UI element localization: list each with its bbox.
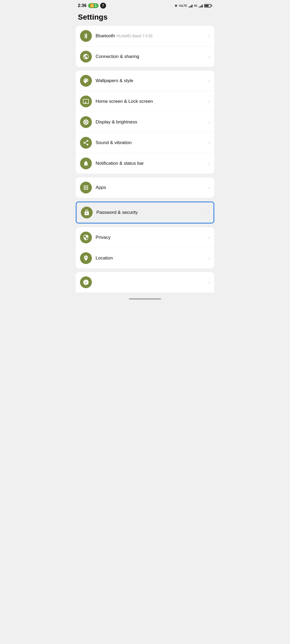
- display-card: Wallpapers & style › Home screen & Lock …: [76, 71, 214, 174]
- signal-bar: [199, 7, 200, 8]
- vo-lte-icon: VoLTE: [179, 4, 187, 7]
- display-content: Display & brightness: [96, 119, 208, 125]
- password-icon-circle: [81, 207, 93, 218]
- signal-bar: [191, 5, 191, 8]
- display-icon-circle: [80, 116, 92, 128]
- signal-bars-2: [199, 4, 203, 8]
- home-screen-content: Home screen & Lock screen: [96, 99, 208, 104]
- settings-item-connection-sharing[interactable]: Connection & sharing ›: [76, 46, 214, 67]
- apps-content: Apps: [96, 185, 208, 190]
- connectivity-card: Bluetooth HUAWEI Band 7-C35 › Connection…: [76, 26, 214, 67]
- chevron-icon: ›: [208, 210, 209, 215]
- notification-label: Notification & status bar: [96, 161, 208, 166]
- settings-item-sound[interactable]: Sound & vibration ›: [76, 133, 214, 153]
- sound-content: Sound & vibration: [96, 140, 208, 145]
- bluetooth-icon-circle: [80, 30, 92, 42]
- settings-item-bluetooth[interactable]: Bluetooth HUAWEI Band 7-C35 ›: [76, 26, 214, 46]
- wallpapers-icon-circle: [80, 75, 92, 87]
- bluetooth-status-icon: ✱: [175, 4, 177, 8]
- privacy-icon-circle: [80, 232, 92, 243]
- apps-label: Apps: [96, 185, 208, 190]
- sound-vibration-icon: [83, 140, 89, 146]
- chevron-icon: ›: [208, 161, 210, 166]
- palette-icon: [83, 78, 89, 84]
- chevron-icon: ›: [208, 119, 210, 125]
- apps-icon-circle: [80, 182, 92, 193]
- connection-sharing-label: Connection & sharing: [96, 54, 208, 59]
- sound-label: Sound & vibration: [96, 140, 208, 145]
- signal-bar: [189, 7, 189, 8]
- settings-item-more[interactable]: ›: [76, 272, 214, 292]
- battery-icon: [204, 4, 212, 8]
- display-brightness-icon: [83, 119, 89, 125]
- connection-sharing-content: Connection & sharing: [96, 54, 208, 59]
- bluetooth-subtitle: HUAWEI Band 7-C35: [117, 34, 153, 38]
- more-icon: [83, 279, 89, 286]
- signal-bar: [202, 5, 203, 8]
- home-screen-icon-circle: [80, 96, 92, 107]
- signal-bars-1: [189, 4, 193, 8]
- chevron-icon: ›: [208, 99, 210, 104]
- privacy-label: Privacy: [96, 235, 208, 240]
- more-card: ›: [76, 272, 214, 292]
- notification-icon-circle: [80, 158, 92, 169]
- signal-bar: [201, 5, 202, 8]
- bottom-indicator: [73, 296, 218, 302]
- status-bar: 2:36 📶 1 7 ✱ VoLTE 4G: [73, 0, 218, 10]
- page-title: Settings: [73, 10, 218, 26]
- display-label: Display & brightness: [96, 119, 208, 125]
- location-label: Location: [96, 255, 208, 261]
- settings-item-notification[interactable]: Notification & status bar ›: [76, 153, 214, 174]
- home-screen-label: Home screen & Lock screen: [96, 99, 208, 104]
- chevron-icon: ›: [208, 280, 210, 285]
- privacy-card: Privacy › Location ›: [76, 227, 214, 268]
- connection-icon: [83, 53, 89, 60]
- wallpapers-content: Wallpapers & style: [96, 78, 208, 83]
- password-content: Password & security: [96, 210, 208, 215]
- password-security-icon: [84, 209, 90, 216]
- settings-item-display[interactable]: Display & brightness ›: [76, 112, 214, 133]
- notification-content: Notification & status bar: [96, 161, 208, 166]
- bluetooth-content: Bluetooth HUAWEI Band 7-C35: [96, 33, 208, 39]
- settings-item-home-screen[interactable]: Home screen & Lock screen ›: [76, 91, 214, 112]
- bluetooth-label: Bluetooth: [96, 33, 115, 39]
- 4g-icon: 4G: [194, 4, 197, 7]
- settings-item-apps[interactable]: Apps ›: [76, 177, 214, 198]
- sound-icon-circle: [80, 137, 92, 149]
- chevron-icon: ›: [208, 54, 210, 60]
- signal-bar: [190, 6, 190, 8]
- password-label: Password & security: [96, 210, 208, 215]
- location-icon: [83, 255, 89, 261]
- settings-item-wallpapers[interactable]: Wallpapers & style ›: [76, 71, 214, 91]
- wallpapers-label: Wallpapers & style: [96, 78, 208, 83]
- location-icon-circle: [80, 252, 92, 264]
- password-security-highlight: Password & security ›: [76, 202, 214, 224]
- bluetooth-icon: [83, 33, 89, 39]
- notification-badge: 7: [100, 3, 106, 9]
- more-icon-circle: [80, 276, 92, 288]
- chevron-icon: ›: [208, 140, 210, 146]
- settings-item-privacy[interactable]: Privacy ›: [76, 227, 214, 248]
- chevron-icon: ›: [208, 78, 210, 84]
- wifi-icon: 📶: [90, 4, 94, 8]
- chevron-icon: ›: [208, 235, 210, 240]
- apps-icon: [83, 184, 89, 191]
- chevron-icon: ›: [208, 255, 210, 261]
- settings-item-location[interactable]: Location ›: [76, 248, 214, 268]
- status-time: 2:36: [78, 3, 86, 8]
- location-content: Location: [96, 255, 208, 261]
- home-screen-icon: [83, 98, 89, 105]
- wifi-badge: 📶 1: [88, 3, 99, 8]
- signal-bar: [200, 6, 201, 8]
- status-left: 2:36 📶 1 7: [78, 3, 106, 9]
- chevron-icon: ›: [208, 185, 210, 191]
- status-right: ✱ VoLTE 4G: [175, 4, 212, 8]
- chevron-icon: ›: [208, 33, 210, 39]
- connection-icon-circle: [80, 51, 92, 63]
- settings-item-password-security[interactable]: Password & security ›: [77, 202, 213, 223]
- privacy-icon: [83, 234, 89, 241]
- signal-bar: [192, 5, 193, 8]
- apps-card: Apps ›: [76, 177, 214, 198]
- home-indicator-bar: [129, 298, 161, 299]
- notification-statusbar-icon: [83, 160, 89, 167]
